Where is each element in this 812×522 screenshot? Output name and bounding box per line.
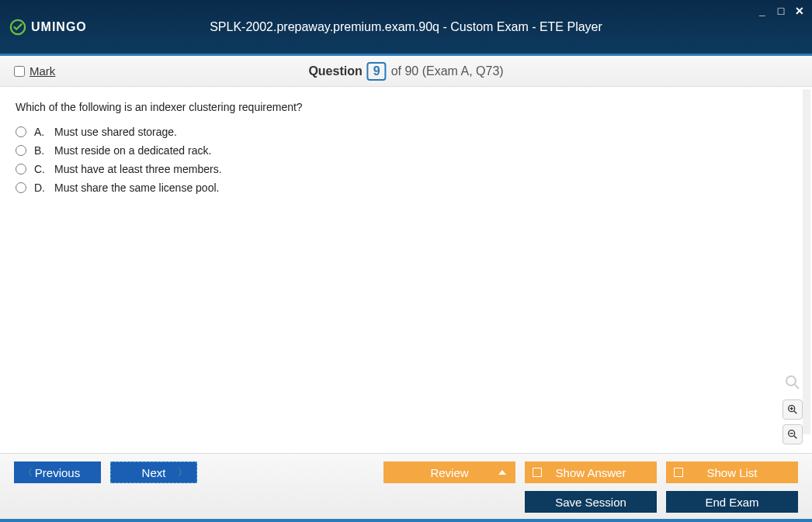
- option-text: Must use shared storage.: [54, 126, 177, 138]
- logo: UMINGO: [9, 19, 87, 36]
- window-title: SPLK-2002.prepaway.premium.exam.90q - Cu…: [210, 20, 602, 34]
- option-text: Must share the same license pool.: [54, 181, 219, 194]
- mark-label: Mark: [29, 64, 55, 78]
- option-text: Must reside on a dedicated rack.: [54, 144, 211, 157]
- question-of-text: of 90 (Exam A, Q73): [391, 64, 504, 78]
- show-answer-button[interactable]: Show Answer: [525, 462, 657, 483]
- logo-check-icon: [9, 19, 26, 36]
- option-text: Must have at least three members.: [54, 163, 222, 175]
- zoom-in-icon: [786, 403, 799, 416]
- options-list: A. Must use shared storage. B. Must resi…: [16, 126, 796, 194]
- review-button[interactable]: Review: [383, 462, 515, 483]
- show-list-button[interactable]: Show List: [666, 462, 798, 483]
- option-a-radio[interactable]: [16, 126, 26, 137]
- previous-button[interactable]: 〈 Previous: [14, 462, 101, 483]
- option-letter: A.: [34, 126, 47, 138]
- next-button[interactable]: Next 〉: [110, 462, 197, 483]
- checkbox-icon: [674, 468, 683, 477]
- footer: 〈 Previous Next 〉 Review Show Answer Sho…: [0, 453, 812, 522]
- option-d-radio[interactable]: [16, 182, 26, 193]
- footer-row-2: Save Session End Exam: [14, 491, 798, 513]
- titlebar: UMINGO SPLK-2002.prepaway.premium.exam.9…: [0, 0, 812, 56]
- svg-line-4: [794, 411, 796, 413]
- save-session-label: Save Session: [555, 496, 626, 509]
- show-answer-label: Show Answer: [556, 466, 626, 479]
- end-exam-label: End Exam: [705, 496, 758, 509]
- option-d[interactable]: D. Must share the same license pool.: [16, 181, 796, 194]
- show-list-label: Show List: [706, 466, 757, 479]
- question-number-input[interactable]: 9: [367, 62, 387, 81]
- window-controls: _ □ ✕: [756, 5, 806, 17]
- chevron-left-icon: 〈: [23, 466, 33, 479]
- scrollbar[interactable]: [803, 89, 810, 434]
- svg-line-2: [795, 385, 799, 389]
- next-label: Next: [142, 466, 166, 479]
- minimize-button[interactable]: _: [756, 5, 769, 17]
- maximize-button[interactable]: □: [775, 5, 787, 17]
- question-indicator: Question 9 of 90 (Exam A, Q73): [308, 62, 503, 81]
- zoom-out-icon: [786, 428, 799, 441]
- triangle-up-icon: [498, 470, 506, 475]
- zoom-in-button[interactable]: [783, 399, 803, 420]
- mark-checkbox[interactable]: [14, 66, 25, 77]
- option-b-radio[interactable]: [16, 145, 26, 156]
- end-exam-button[interactable]: End Exam: [666, 491, 798, 513]
- search-icon[interactable]: [783, 373, 802, 392]
- question-bar: Mark Question 9 of 90 (Exam A, Q73): [0, 56, 812, 87]
- option-letter: C.: [34, 163, 47, 175]
- option-b[interactable]: B. Must reside on a dedicated rack.: [16, 144, 796, 157]
- zoom-tools: [783, 373, 803, 444]
- chevron-right-icon: 〉: [178, 466, 187, 479]
- option-letter: B.: [34, 144, 47, 157]
- zoom-out-button[interactable]: [783, 424, 803, 444]
- svg-point-1: [786, 376, 796, 385]
- content-area: Which of the following is an indexer clu…: [0, 87, 812, 436]
- close-button[interactable]: ✕: [793, 5, 806, 17]
- svg-line-8: [794, 436, 796, 438]
- footer-row-1: 〈 Previous Next 〉 Review Show Answer Sho…: [14, 462, 798, 483]
- mark-checkbox-wrap[interactable]: Mark: [14, 64, 55, 78]
- question-text: Which of the following is an indexer clu…: [16, 101, 796, 113]
- checkbox-icon: [533, 468, 542, 477]
- option-a[interactable]: A. Must use shared storage.: [16, 126, 796, 138]
- option-c-radio[interactable]: [16, 164, 26, 175]
- logo-text: UMINGO: [31, 20, 87, 34]
- review-label: Review: [430, 466, 468, 479]
- question-word: Question: [308, 64, 362, 78]
- option-letter: D.: [34, 181, 47, 194]
- option-c[interactable]: C. Must have at least three members.: [16, 163, 796, 175]
- save-session-button[interactable]: Save Session: [525, 491, 657, 513]
- previous-label: Previous: [35, 466, 80, 479]
